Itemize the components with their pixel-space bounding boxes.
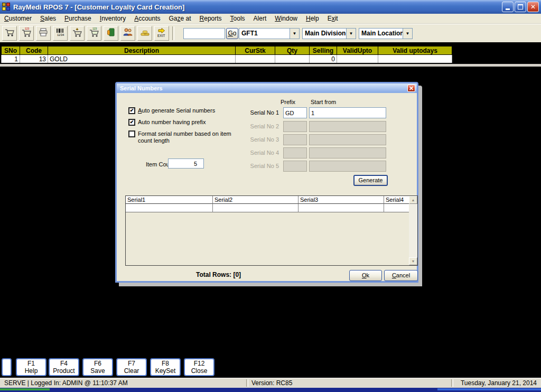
column-header-code: Code	[20, 46, 48, 55]
serial-1-prefix-input[interactable]	[283, 107, 307, 118]
menu-item-alert[interactable]: Alert	[249, 14, 271, 23]
toolbar-button-cart-icon[interactable]	[2, 26, 17, 41]
checkbox-label: Auto number having prefix	[138, 119, 236, 126]
serial-3-start-input	[309, 134, 386, 145]
close-button[interactable]: ✕	[527, 2, 539, 12]
fkey-f6-save[interactable]: F6Save	[82, 358, 113, 376]
cell-valid-uptodays	[378, 55, 452, 63]
toolbar-button-printer-icon[interactable]	[36, 26, 51, 41]
menu-item-reports[interactable]: Reports	[195, 14, 226, 23]
dialog-titlebar[interactable]: Serial Numbers ✕	[117, 83, 417, 93]
column-header-qty: Qty	[275, 46, 310, 55]
chevron-down-icon[interactable]: ▼	[290, 29, 299, 39]
serial-no-5-label: Serial No 5	[238, 163, 279, 169]
loyalty-items-table[interactable]: SNoCodeDescriptionCurStkQtySellingValidU…	[1, 46, 452, 63]
menu-item-exit[interactable]: Exit	[323, 14, 342, 23]
cart-down-icon	[72, 27, 82, 40]
svg-text:EXIT: EXIT	[157, 34, 165, 38]
status-version-text: Version: RC85	[251, 379, 292, 387]
scroll-up-icon[interactable]: ▲	[409, 196, 417, 204]
toolbar-button-barcode-icon[interactable]: 1234	[53, 26, 68, 41]
serial-2-prefix-input	[283, 121, 307, 132]
menu-item-inventory[interactable]: Inventory	[96, 14, 130, 23]
restore-button[interactable]	[515, 2, 526, 12]
checkbox-unchecked-icon[interactable]	[128, 130, 135, 137]
menu-item-window[interactable]: Window	[270, 14, 302, 23]
serial-5-prefix-input	[283, 161, 307, 172]
menu-item-purchase[interactable]: Purchase	[60, 14, 96, 23]
search-input[interactable]	[183, 28, 225, 39]
toolbar-button-cart-123-icon[interactable]: 123	[19, 26, 34, 41]
toolbar-button-cart-down-icon[interactable]	[70, 26, 85, 41]
chevron-down-icon[interactable]: ▼	[403, 29, 412, 39]
toolbar-button-users-icon[interactable]	[120, 26, 135, 41]
status-date-text: Tuesday, January 21, 2014	[461, 379, 537, 387]
serial-no-4-label: Serial No 4	[238, 150, 279, 156]
toolbar-button-book-icon[interactable]	[104, 26, 118, 41]
serials-table-scrollbar[interactable]: ▲▼	[409, 196, 417, 265]
item-count-input[interactable]	[168, 158, 204, 169]
cell-curstk	[236, 55, 275, 63]
table-header-row: SNoCodeDescriptionCurStkQtySellingValidU…	[2, 46, 452, 55]
cart-123-icon: 123	[21, 27, 32, 40]
printer-icon	[38, 27, 49, 40]
fkey-f8-keyset[interactable]: F8KeySet	[150, 358, 181, 376]
minimize-button[interactable]	[502, 2, 514, 12]
fkey-f4-product[interactable]: F4Product	[49, 358, 79, 376]
menu-item-tools[interactable]: Tools	[226, 14, 249, 23]
strip-green-segment	[0, 388, 50, 390]
serials-column-header-serial3: Serial3	[299, 196, 384, 204]
division-dropdown-value: Main Division	[305, 30, 346, 37]
ok-button[interactable]: Ok	[349, 270, 382, 281]
location-dropdown[interactable]: Main Location▼	[359, 28, 413, 39]
fkey-f12-close[interactable]: F12Close	[184, 358, 214, 376]
fkey-f7-clear[interactable]: F7Clear	[116, 358, 147, 376]
menu-item-gaze-at[interactable]: Gaze at	[165, 14, 195, 23]
status-login-text: SERVE | Logged In: ADMIN @ 11:10:37 AM	[4, 379, 128, 387]
serials-empty-row	[126, 204, 417, 212]
book-icon	[106, 27, 116, 40]
division-dropdown[interactable]: Main Division▼	[302, 28, 356, 39]
fkey-blank[interactable]	[2, 358, 12, 376]
column-header-valid-uptodays: Valid uptodays	[378, 46, 452, 55]
column-header-validupto: ValidUpto	[337, 46, 378, 55]
store-dropdown-value: GFT1	[241, 30, 258, 37]
checkbox-checked-icon[interactable]: ✔	[128, 119, 135, 126]
svg-text:1234: 1234	[57, 33, 64, 36]
toolbar-separator	[172, 26, 174, 40]
serial-1-start-input[interactable]	[309, 107, 386, 118]
toolbar-button-gold-icon[interactable]	[137, 26, 152, 41]
menu-item-sales[interactable]: Sales	[36, 14, 60, 23]
column-header-description: Description	[48, 46, 236, 55]
chevron-down-icon[interactable]: ▼	[346, 29, 356, 39]
dialog-close-icon[interactable]: ✕	[407, 85, 415, 92]
serial-3-prefix-input	[283, 134, 307, 145]
start-from-column-header: Start from	[311, 99, 336, 105]
menu-item-customer[interactable]: Customer	[0, 14, 36, 23]
toolbar-button-cart-list-icon[interactable]: 123	[87, 26, 101, 41]
cell-sno: 1	[2, 55, 20, 63]
serial-no-1-label: Serial No 1	[238, 109, 279, 116]
checkbox-checked-icon[interactable]: ✔	[128, 107, 135, 114]
cell-code: 13	[20, 55, 48, 63]
cart-icon	[4, 27, 15, 40]
serials-table[interactable]: Serial1Serial2Serial3Serial4▲▼	[125, 195, 418, 266]
cell-description: GOLD	[48, 55, 236, 63]
fkey-f1-help[interactable]: F1Help	[16, 358, 46, 376]
scroll-down-icon[interactable]: ▼	[409, 257, 417, 265]
cart-list-icon: 123	[89, 27, 99, 40]
go-button[interactable]: Go	[226, 28, 238, 39]
generate-button[interactable]: Generate	[353, 175, 388, 186]
toolbar-button-exit-icon[interactable]: EXIT	[154, 26, 169, 41]
cell-validupto	[337, 55, 378, 63]
status-bar: SERVE | Logged In: ADMIN @ 11:10:37 AM V…	[0, 378, 541, 388]
bottom-strip	[0, 388, 541, 392]
checkbox-label: Auto generate Serial numbers	[138, 107, 236, 114]
cancel-button[interactable]: Cancel	[384, 270, 418, 281]
menu-bar: CustomerSalesPurchaseInventoryAccountsGa…	[0, 14, 541, 24]
table-bottom-strip	[0, 64, 541, 67]
menu-item-help[interactable]: Help	[302, 14, 323, 23]
store-dropdown[interactable]: GFT1▼	[239, 28, 300, 39]
menu-item-accounts[interactable]: Accounts	[130, 14, 164, 23]
table-row[interactable]: 113GOLD0	[2, 55, 452, 63]
